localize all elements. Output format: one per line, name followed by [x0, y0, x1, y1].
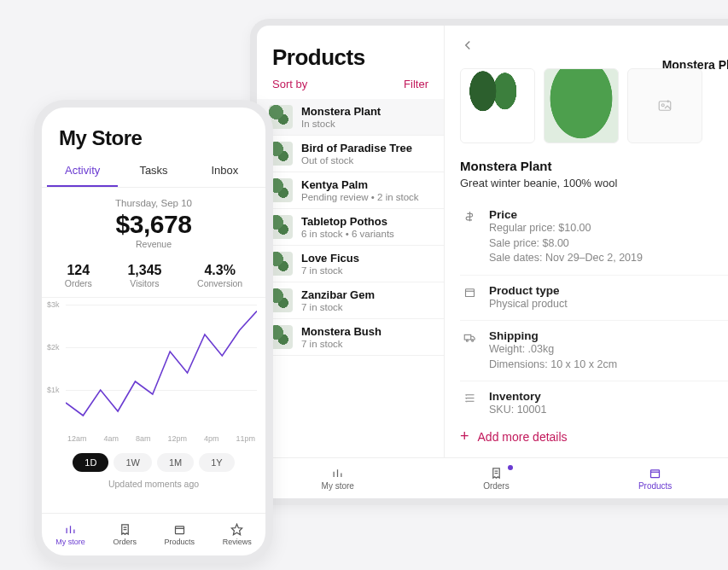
stats-row: 124 Orders 1,345 Visitors 4.3% Conversio… — [42, 258, 265, 298]
product-row[interactable]: Bird of Paradise Tree Out of stock — [257, 136, 444, 172]
inventory-sku: SKU: 10001 — [489, 403, 546, 416]
tab-inbox[interactable]: Inbox — [189, 155, 260, 187]
shipping-weight: Weight: .03kg — [489, 342, 617, 358]
section-shipping[interactable]: Shipping Weight: .03kg Dimensions: 10 x … — [460, 321, 728, 381]
price-sale: Sale price: $8.00 — [489, 236, 643, 252]
product-meta: 6 in stock • 6 variants — [301, 229, 394, 239]
detail-image-row — [445, 53, 728, 159]
time-range-selector: 1D 1W 1M 1Y — [42, 443, 265, 474]
detail-image[interactable] — [544, 68, 619, 143]
svg-rect-2 — [465, 288, 474, 296]
product-meta: Out of stock — [301, 155, 412, 166]
tab-label: Products — [638, 481, 672, 491]
product-row[interactable]: Kentya Palm Pending review • 2 in stock — [257, 172, 444, 209]
filter-button[interactable]: Filter — [404, 78, 428, 90]
last-updated: Updated moments ago — [42, 474, 265, 496]
stat-visitors[interactable]: 1,345 Visitors — [127, 263, 161, 288]
product-meta: In stock — [301, 119, 381, 129]
product-name: Zanzibar Gem — [301, 288, 375, 302]
chart-y-tick: $1k — [47, 386, 60, 394]
svg-point-1 — [661, 104, 664, 107]
product-meta: 7 in stock — [301, 339, 381, 349]
truck-icon — [460, 329, 479, 372]
chart-x-tick: 11pm — [236, 434, 255, 443]
add-more-details-button[interactable]: + Add more details — [445, 416, 728, 457]
chart-y-tick: $2k — [47, 343, 60, 352]
tablet-frame: Products Sort by Filter Monstera Plant I… — [250, 19, 728, 505]
products-column: Products Sort by Filter Monstera Plant I… — [257, 26, 445, 457]
product-row[interactable]: Zanzibar Gem 7 in stock — [257, 282, 444, 319]
product-meta: Pending review • 2 in stock — [301, 192, 419, 202]
tab-tasks[interactable]: Tasks — [118, 155, 189, 187]
tab-orders[interactable]: Orders — [483, 467, 510, 491]
svg-rect-6 — [651, 469, 660, 477]
section-inventory[interactable]: Inventory SKU: 10001 Quantity: 10 — [460, 381, 728, 416]
back-chevron-icon[interactable] — [460, 38, 721, 53]
product-name: Bird of Paradise Tree — [301, 142, 412, 155]
notification-dot-icon — [508, 465, 513, 470]
section-title: Shipping — [489, 329, 617, 342]
price-regular: Regular price: $10.00 — [489, 221, 643, 236]
product-list: Monstera Plant In stock Bird of Paradise… — [257, 99, 444, 457]
stat-conversion[interactable]: 4.3% Conversion — [197, 263, 242, 288]
product-row[interactable]: Monstera Bush 7 in stock — [257, 319, 444, 356]
product-name: Kentya Palm — [301, 178, 419, 192]
section-title: Inventory — [489, 390, 546, 403]
tab-label: Reviews — [223, 538, 252, 546]
tab-activity[interactable]: Activity — [47, 155, 118, 187]
detail-image[interactable] — [460, 68, 535, 143]
revenue-chart: $1k$2k$3k 12am4am8am12pm4pm11pm — [42, 298, 265, 443]
section-price[interactable]: Price Regular price: $10.00 Sale price: … — [460, 200, 728, 276]
detail-product-name: Monstera Plant — [445, 159, 728, 177]
detail-sections: Price Regular price: $10.00 Sale price: … — [445, 200, 728, 416]
tablet-tabbar: My store Orders Products — [257, 457, 728, 498]
product-meta: 7 in stock — [301, 302, 375, 312]
tab-reviews[interactable]: Reviews — [223, 523, 252, 546]
chart-y-tick: $3k — [47, 300, 60, 309]
tablet-body: Products Sort by Filter Monstera Plant I… — [257, 26, 728, 457]
tab-label: My store — [322, 481, 354, 491]
stat-label: Conversion — [197, 278, 242, 288]
range-1w[interactable]: 1W — [114, 453, 152, 472]
chart-x-labels: 12am4am8am12pm4pm11pm — [47, 433, 260, 443]
revenue-label: Revenue — [42, 239, 265, 258]
range-1y[interactable]: 1Y — [199, 453, 234, 472]
svg-point-4 — [466, 340, 468, 341]
store-title: My Store — [42, 108, 265, 155]
stats-icon — [331, 467, 344, 480]
svg-rect-3 — [464, 334, 471, 340]
stat-value: 124 — [65, 263, 92, 278]
product-type-value: Physical product — [489, 297, 568, 312]
package-icon — [173, 523, 186, 536]
add-image-button[interactable] — [627, 68, 702, 143]
chart-x-tick: 4pm — [204, 434, 219, 443]
product-row[interactable]: Monstera Plant In stock — [257, 99, 444, 136]
product-row[interactable]: Tabletop Pothos 6 in stock • 6 variants — [257, 209, 444, 246]
product-name: Monstera Bush — [301, 325, 381, 339]
tab-label: Products — [165, 538, 195, 546]
phone-top-tabs: Activity Tasks Inbox — [42, 155, 265, 188]
tab-products[interactable]: Products — [638, 467, 672, 491]
tab-orders[interactable]: Orders — [113, 523, 137, 546]
plus-icon: + — [460, 428, 469, 445]
package-icon — [649, 467, 661, 480]
stat-value: 4.3% — [197, 263, 242, 278]
box-icon — [460, 284, 479, 312]
stat-label: Visitors — [127, 278, 161, 288]
stat-orders[interactable]: 124 Orders — [65, 263, 92, 288]
tab-products[interactable]: Products — [165, 523, 195, 546]
range-1d[interactable]: 1D — [73, 453, 108, 472]
section-product-type[interactable]: Product type Physical product — [460, 276, 728, 322]
product-row[interactable]: Love Ficus 7 in stock — [257, 246, 444, 282]
chart-line — [66, 305, 257, 433]
tab-my-store[interactable]: My store — [55, 523, 85, 546]
stats-icon — [64, 523, 77, 536]
svg-point-5 — [471, 340, 473, 341]
detail-description: Great winter beanie, 100% wool — [445, 177, 728, 200]
sort-by-button[interactable]: Sort by — [272, 78, 307, 90]
receipt-icon — [119, 523, 131, 536]
range-1m[interactable]: 1M — [157, 453, 194, 472]
price-icon — [460, 208, 479, 266]
shipping-dims: Dimensions: 10 x 10 x 2cm — [489, 358, 617, 373]
tab-my-store[interactable]: My store — [322, 467, 354, 491]
